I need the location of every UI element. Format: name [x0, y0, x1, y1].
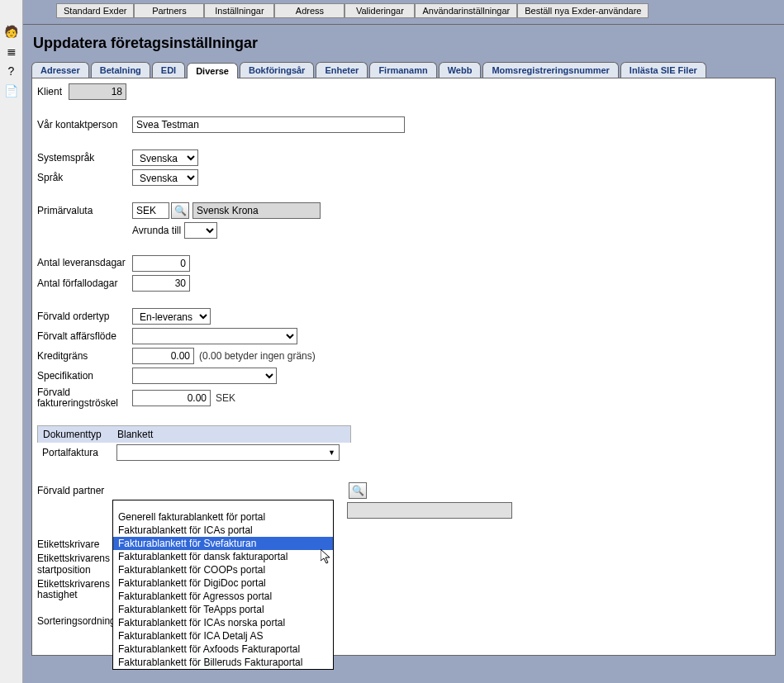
affarsflode-label: Förvalt affärsflöde: [37, 330, 132, 342]
portalfaktura-dropdown-list[interactable]: Generell fakturablankett för portal Fakt…: [112, 500, 334, 670]
tab-row: Adresser Betalning EDI Diverse Bokföring…: [31, 62, 776, 78]
tab-sie-filer[interactable]: Inlästa SIE Filer: [620, 62, 706, 78]
doc-table-header: Dokumenttyp Blankett: [37, 425, 351, 443]
tab-firmanamn[interactable]: Firmanamn: [369, 62, 436, 78]
sprak-label: Språk: [37, 172, 132, 183]
doc-row-portalfaktura: Portalfaktura: [37, 443, 351, 462]
search-icon: 🔍: [352, 485, 364, 496]
doc-header-col2: Blankett: [117, 429, 153, 440]
dropdown-item[interactable]: Fakturablankett för ICA Detalj AS: [113, 629, 333, 643]
tab-momsregnr[interactable]: Momsregistreringsnummer: [482, 62, 618, 78]
portalfaktura-label: Portalfaktura: [42, 447, 116, 458]
dropdown-item[interactable]: Fakturablankett för dansk fakturaportal: [113, 550, 333, 563]
avrunda-select[interactable]: [184, 222, 217, 239]
topbar: Standard Exder Partners Inställningar Ad…: [23, 0, 784, 25]
affarsflode-select[interactable]: [132, 328, 297, 344]
topbar-valideringar[interactable]: Valideringar: [344, 3, 415, 18]
kreditgrans-label: Kreditgräns: [37, 350, 132, 362]
dropdown-item[interactable]: Fakturablankett för COOPs portal: [113, 563, 333, 576]
doc-header-col1: Dokumenttyp: [43, 429, 117, 440]
search-icon: 🔍: [174, 205, 187, 216]
topbar-anvandarinstallningar[interactable]: Användarinställningar: [415, 3, 517, 18]
dropdown-item[interactable]: Fakturablankett för DigiDoc portal: [113, 576, 333, 590]
dropdown-item-highlighted[interactable]: Fakturablankett för Svefakturan: [113, 537, 333, 550]
dropdown-item[interactable]: Fakturablankett för ICAs norska portal: [113, 616, 333, 629]
sprak-select[interactable]: Svenska: [132, 169, 198, 186]
klient-input: [69, 83, 126, 100]
help-icon[interactable]: ?: [5, 64, 18, 78]
kontakt-label: Vår kontaktperson: [37, 119, 132, 130]
dropdown-item[interactable]: Fakturablankett för Axfoods Fakturaporta…: [113, 643, 333, 656]
dropdown-item[interactable]: Generell fakturablankett för portal: [113, 510, 333, 524]
primarvaluta-label: Primärvaluta: [37, 205, 132, 216]
page-title: Uppdatera företagsinställningar: [33, 35, 776, 52]
topbar-adress[interactable]: Adress: [274, 3, 344, 18]
kreditgrans-input[interactable]: [132, 348, 194, 364]
specifikation-select[interactable]: [132, 368, 277, 384]
list-icon[interactable]: ≣: [5, 45, 18, 58]
specifikation-label: Specifikation: [37, 370, 132, 382]
document-icon[interactable]: 📄: [5, 84, 18, 97]
systemsprak-select[interactable]: Svenska: [132, 149, 198, 166]
topbar-partners[interactable]: Partners: [134, 3, 204, 18]
ordertyp-label: Förvald ordertyp: [37, 311, 132, 322]
faktroskel-label: Förvald faktureringströskel: [37, 387, 132, 409]
dropdown-item[interactable]: Fakturablankett för ICAs portal: [113, 524, 333, 537]
forfallodagar-input[interactable]: [132, 275, 190, 292]
sidebar: 🧑 ≣ ? 📄: [0, 0, 23, 683]
tab-adresser[interactable]: Adresser: [31, 62, 89, 78]
dropdown-item[interactable]: Fakturablankett för Billeruds Fakturapor…: [113, 656, 333, 669]
kreditgrans-hint: (0.00 betyder ingen gräns): [199, 350, 316, 362]
tab-webb[interactable]: Webb: [439, 62, 482, 78]
portalfaktura-dropdown[interactable]: [116, 444, 340, 461]
leveransdagar-label: Antal leveransdagar: [37, 258, 132, 268]
tab-diverse[interactable]: Diverse: [187, 63, 238, 78]
systemsprak-label: Systemspråk: [37, 152, 132, 164]
dropdown-item[interactable]: Fakturablankett för TeApps portal: [113, 603, 333, 616]
klient-label: Klient: [37, 86, 69, 97]
forvald-partner-search-button[interactable]: 🔍: [349, 482, 367, 499]
ordertyp-select[interactable]: En-leverans: [132, 308, 211, 325]
primarvaluta-name: [192, 202, 321, 219]
tab-edi[interactable]: EDI: [152, 62, 185, 78]
partner-name-display: [347, 502, 512, 519]
topbar-standard-exder[interactable]: Standard Exder: [56, 3, 134, 18]
avrunda-label: Avrunda till: [132, 225, 181, 236]
tab-betalning[interactable]: Betalning: [91, 62, 150, 78]
topbar-installningar[interactable]: Inställningar: [204, 3, 274, 18]
faktroskel-unit: SEK: [216, 392, 235, 404]
tab-bokforingsar[interactable]: Bokföringsår: [240, 62, 314, 78]
tab-enheter[interactable]: Enheter: [316, 62, 368, 78]
forfallodagar-label: Antal förfallodagar: [37, 277, 132, 289]
user-icon[interactable]: 🧑: [5, 25, 18, 38]
dropdown-item[interactable]: Fakturablankett för Agressos portal: [113, 590, 333, 603]
forvald-partner-label: Förvald partner: [37, 485, 132, 496]
faktroskel-input[interactable]: [132, 390, 211, 406]
topbar-bestall-nya[interactable]: Beställ nya Exder-användare: [517, 3, 649, 18]
primarvaluta-search-button[interactable]: 🔍: [171, 202, 189, 219]
primarvaluta-input[interactable]: [132, 202, 169, 219]
kontakt-input[interactable]: [132, 116, 405, 133]
leveransdagar-input[interactable]: [132, 255, 190, 272]
